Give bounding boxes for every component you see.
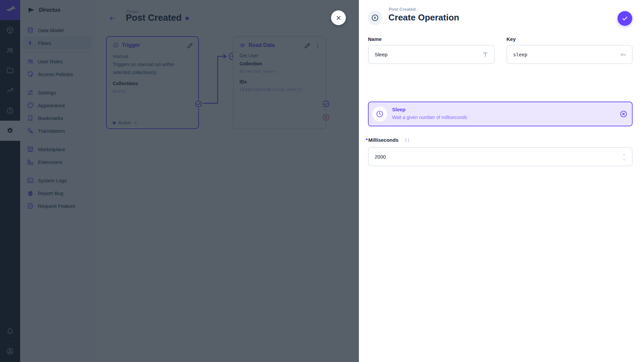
drawer-breadcrumb: Post Created: [389, 7, 416, 12]
milliseconds-label: Milliseconds: [368, 137, 398, 143]
circle-x-icon: [620, 110, 628, 118]
create-operation-drawer: Post Created Create Operation Name Key S…: [359, 0, 644, 362]
chevron-up-icon: [622, 153, 627, 157]
milliseconds-field: [368, 147, 633, 166]
bolt-circle-icon: [371, 14, 379, 22]
clock-icon: [376, 110, 384, 118]
key-field: [506, 45, 633, 64]
name-input[interactable]: [375, 52, 482, 57]
operation-type-description: Wait a given number of milliseconds: [392, 115, 467, 120]
deselect-operation-button[interactable]: [620, 110, 628, 118]
increment-button[interactable]: [622, 153, 627, 157]
check-icon: [622, 15, 628, 22]
operation-type-name: Sleep: [392, 107, 406, 112]
number-stepper: [622, 153, 627, 161]
drawer-title: Create Operation: [388, 12, 459, 23]
name-label: Name: [368, 36, 382, 42]
required-indicator: [366, 138, 368, 140]
operation-type-icon-circle: [372, 107, 387, 121]
chevron-down-icon: [622, 157, 627, 162]
raw-value-toggle[interactable]: [404, 137, 410, 143]
drawer-header-icon-circle: [368, 10, 382, 25]
drawer-overlay[interactable]: [0, 0, 359, 362]
key-icon: [620, 51, 627, 58]
key-label: Key: [506, 36, 516, 42]
key-input[interactable]: [513, 52, 620, 57]
save-button[interactable]: [618, 11, 632, 26]
title-format-icon: [482, 51, 489, 58]
name-field: [368, 45, 495, 64]
close-drawer-button[interactable]: [331, 10, 346, 25]
milliseconds-input[interactable]: [375, 154, 622, 160]
decrement-button[interactable]: [622, 157, 627, 161]
selected-operation-sleep[interactable]: Sleep Wait a given number of millisecond…: [368, 102, 633, 126]
drawer-divider: [368, 84, 633, 85]
directus-app: Directus Data ModelFlowsUser RolesAccess…: [0, 0, 644, 362]
close-icon: [335, 15, 342, 21]
braces-icon: [404, 137, 410, 143]
